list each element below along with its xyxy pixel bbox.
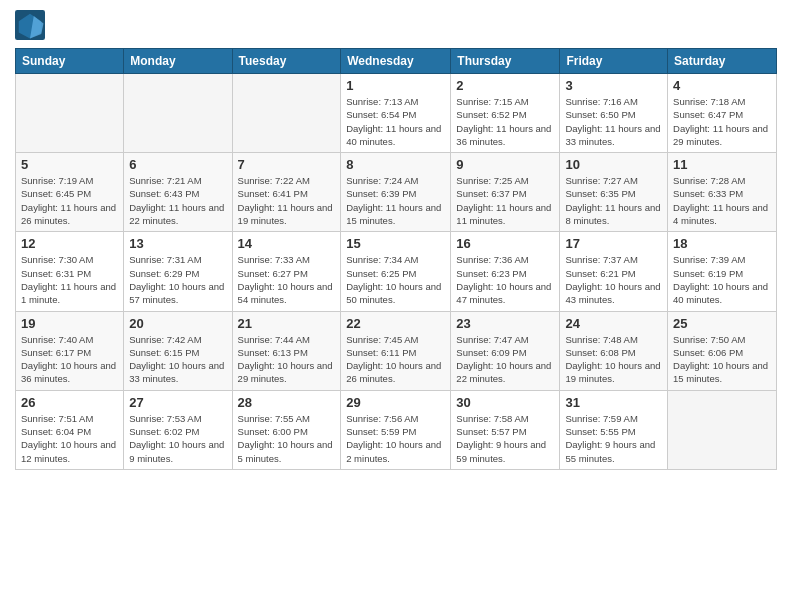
day-info: Sunrise: 7:27 AM Sunset: 6:35 PM Dayligh… xyxy=(565,174,662,227)
day-header-sunday: Sunday xyxy=(16,49,124,74)
day-header-tuesday: Tuesday xyxy=(232,49,341,74)
day-info: Sunrise: 7:31 AM Sunset: 6:29 PM Dayligh… xyxy=(129,253,226,306)
day-number: 16 xyxy=(456,236,554,251)
calendar-day-22: 22Sunrise: 7:45 AM Sunset: 6:11 PM Dayli… xyxy=(341,311,451,390)
calendar-day-21: 21Sunrise: 7:44 AM Sunset: 6:13 PM Dayli… xyxy=(232,311,341,390)
calendar-day-4: 4Sunrise: 7:18 AM Sunset: 6:47 PM Daylig… xyxy=(668,74,777,153)
day-number: 20 xyxy=(129,316,226,331)
day-number: 14 xyxy=(238,236,336,251)
day-number: 15 xyxy=(346,236,445,251)
calendar-day-10: 10Sunrise: 7:27 AM Sunset: 6:35 PM Dayli… xyxy=(560,153,668,232)
day-number: 8 xyxy=(346,157,445,172)
calendar-day-31: 31Sunrise: 7:59 AM Sunset: 5:55 PM Dayli… xyxy=(560,390,668,469)
calendar-day-30: 30Sunrise: 7:58 AM Sunset: 5:57 PM Dayli… xyxy=(451,390,560,469)
calendar-day-12: 12Sunrise: 7:30 AM Sunset: 6:31 PM Dayli… xyxy=(16,232,124,311)
day-info: Sunrise: 7:24 AM Sunset: 6:39 PM Dayligh… xyxy=(346,174,445,227)
day-number: 4 xyxy=(673,78,771,93)
calendar-table: SundayMondayTuesdayWednesdayThursdayFrid… xyxy=(15,48,777,470)
day-number: 3 xyxy=(565,78,662,93)
day-info: Sunrise: 7:30 AM Sunset: 6:31 PM Dayligh… xyxy=(21,253,118,306)
calendar-day-28: 28Sunrise: 7:55 AM Sunset: 6:00 PM Dayli… xyxy=(232,390,341,469)
day-info: Sunrise: 7:16 AM Sunset: 6:50 PM Dayligh… xyxy=(565,95,662,148)
day-info: Sunrise: 7:44 AM Sunset: 6:13 PM Dayligh… xyxy=(238,333,336,386)
calendar-day-27: 27Sunrise: 7:53 AM Sunset: 6:02 PM Dayli… xyxy=(124,390,232,469)
calendar-day-6: 6Sunrise: 7:21 AM Sunset: 6:43 PM Daylig… xyxy=(124,153,232,232)
calendar-day-15: 15Sunrise: 7:34 AM Sunset: 6:25 PM Dayli… xyxy=(341,232,451,311)
empty-day xyxy=(124,74,232,153)
page-header xyxy=(15,10,777,40)
day-info: Sunrise: 7:19 AM Sunset: 6:45 PM Dayligh… xyxy=(21,174,118,227)
day-number: 22 xyxy=(346,316,445,331)
day-number: 9 xyxy=(456,157,554,172)
calendar-day-23: 23Sunrise: 7:47 AM Sunset: 6:09 PM Dayli… xyxy=(451,311,560,390)
day-number: 11 xyxy=(673,157,771,172)
day-info: Sunrise: 7:13 AM Sunset: 6:54 PM Dayligh… xyxy=(346,95,445,148)
day-number: 23 xyxy=(456,316,554,331)
day-header-friday: Friday xyxy=(560,49,668,74)
day-info: Sunrise: 7:53 AM Sunset: 6:02 PM Dayligh… xyxy=(129,412,226,465)
calendar-day-19: 19Sunrise: 7:40 AM Sunset: 6:17 PM Dayli… xyxy=(16,311,124,390)
day-number: 19 xyxy=(21,316,118,331)
day-number: 1 xyxy=(346,78,445,93)
empty-day xyxy=(16,74,124,153)
day-number: 31 xyxy=(565,395,662,410)
day-header-monday: Monday xyxy=(124,49,232,74)
calendar-day-5: 5Sunrise: 7:19 AM Sunset: 6:45 PM Daylig… xyxy=(16,153,124,232)
logo-icon xyxy=(15,10,45,40)
day-number: 21 xyxy=(238,316,336,331)
calendar-day-8: 8Sunrise: 7:24 AM Sunset: 6:39 PM Daylig… xyxy=(341,153,451,232)
calendar-week-row: 26Sunrise: 7:51 AM Sunset: 6:04 PM Dayli… xyxy=(16,390,777,469)
page-container: SundayMondayTuesdayWednesdayThursdayFrid… xyxy=(0,0,792,480)
day-info: Sunrise: 7:33 AM Sunset: 6:27 PM Dayligh… xyxy=(238,253,336,306)
calendar-day-20: 20Sunrise: 7:42 AM Sunset: 6:15 PM Dayli… xyxy=(124,311,232,390)
day-number: 6 xyxy=(129,157,226,172)
logo xyxy=(15,10,49,40)
day-info: Sunrise: 7:25 AM Sunset: 6:37 PM Dayligh… xyxy=(456,174,554,227)
day-info: Sunrise: 7:15 AM Sunset: 6:52 PM Dayligh… xyxy=(456,95,554,148)
calendar-day-17: 17Sunrise: 7:37 AM Sunset: 6:21 PM Dayli… xyxy=(560,232,668,311)
calendar-header-row: SundayMondayTuesdayWednesdayThursdayFrid… xyxy=(16,49,777,74)
calendar-day-26: 26Sunrise: 7:51 AM Sunset: 6:04 PM Dayli… xyxy=(16,390,124,469)
day-info: Sunrise: 7:37 AM Sunset: 6:21 PM Dayligh… xyxy=(565,253,662,306)
day-number: 25 xyxy=(673,316,771,331)
calendar-day-1: 1Sunrise: 7:13 AM Sunset: 6:54 PM Daylig… xyxy=(341,74,451,153)
calendar-day-16: 16Sunrise: 7:36 AM Sunset: 6:23 PM Dayli… xyxy=(451,232,560,311)
calendar-day-25: 25Sunrise: 7:50 AM Sunset: 6:06 PM Dayli… xyxy=(668,311,777,390)
day-number: 27 xyxy=(129,395,226,410)
day-info: Sunrise: 7:59 AM Sunset: 5:55 PM Dayligh… xyxy=(565,412,662,465)
day-info: Sunrise: 7:22 AM Sunset: 6:41 PM Dayligh… xyxy=(238,174,336,227)
day-number: 10 xyxy=(565,157,662,172)
day-number: 30 xyxy=(456,395,554,410)
day-info: Sunrise: 7:47 AM Sunset: 6:09 PM Dayligh… xyxy=(456,333,554,386)
day-number: 18 xyxy=(673,236,771,251)
day-info: Sunrise: 7:45 AM Sunset: 6:11 PM Dayligh… xyxy=(346,333,445,386)
calendar-day-13: 13Sunrise: 7:31 AM Sunset: 6:29 PM Dayli… xyxy=(124,232,232,311)
day-number: 2 xyxy=(456,78,554,93)
calendar-week-row: 12Sunrise: 7:30 AM Sunset: 6:31 PM Dayli… xyxy=(16,232,777,311)
day-header-wednesday: Wednesday xyxy=(341,49,451,74)
day-info: Sunrise: 7:18 AM Sunset: 6:47 PM Dayligh… xyxy=(673,95,771,148)
day-info: Sunrise: 7:56 AM Sunset: 5:59 PM Dayligh… xyxy=(346,412,445,465)
day-number: 29 xyxy=(346,395,445,410)
day-number: 17 xyxy=(565,236,662,251)
day-info: Sunrise: 7:51 AM Sunset: 6:04 PM Dayligh… xyxy=(21,412,118,465)
calendar-day-7: 7Sunrise: 7:22 AM Sunset: 6:41 PM Daylig… xyxy=(232,153,341,232)
calendar-day-2: 2Sunrise: 7:15 AM Sunset: 6:52 PM Daylig… xyxy=(451,74,560,153)
day-info: Sunrise: 7:58 AM Sunset: 5:57 PM Dayligh… xyxy=(456,412,554,465)
calendar-day-14: 14Sunrise: 7:33 AM Sunset: 6:27 PM Dayli… xyxy=(232,232,341,311)
calendar-day-3: 3Sunrise: 7:16 AM Sunset: 6:50 PM Daylig… xyxy=(560,74,668,153)
calendar-week-row: 5Sunrise: 7:19 AM Sunset: 6:45 PM Daylig… xyxy=(16,153,777,232)
day-number: 24 xyxy=(565,316,662,331)
calendar-week-row: 1Sunrise: 7:13 AM Sunset: 6:54 PM Daylig… xyxy=(16,74,777,153)
day-number: 26 xyxy=(21,395,118,410)
day-info: Sunrise: 7:42 AM Sunset: 6:15 PM Dayligh… xyxy=(129,333,226,386)
calendar-day-18: 18Sunrise: 7:39 AM Sunset: 6:19 PM Dayli… xyxy=(668,232,777,311)
calendar-week-row: 19Sunrise: 7:40 AM Sunset: 6:17 PM Dayli… xyxy=(16,311,777,390)
calendar-day-11: 11Sunrise: 7:28 AM Sunset: 6:33 PM Dayli… xyxy=(668,153,777,232)
day-header-thursday: Thursday xyxy=(451,49,560,74)
day-info: Sunrise: 7:55 AM Sunset: 6:00 PM Dayligh… xyxy=(238,412,336,465)
empty-day xyxy=(232,74,341,153)
calendar-day-9: 9Sunrise: 7:25 AM Sunset: 6:37 PM Daylig… xyxy=(451,153,560,232)
empty-day xyxy=(668,390,777,469)
day-info: Sunrise: 7:40 AM Sunset: 6:17 PM Dayligh… xyxy=(21,333,118,386)
